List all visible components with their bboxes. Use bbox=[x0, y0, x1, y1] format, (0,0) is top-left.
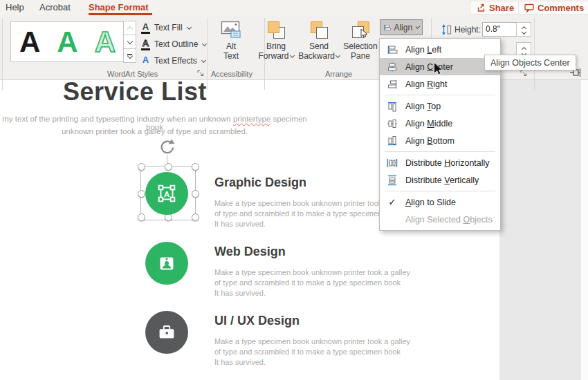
share-button[interactable]: Share bbox=[470, 1, 520, 15]
comments-button[interactable]: Comments bbox=[518, 1, 588, 15]
dialog-launcher-icon[interactable] bbox=[197, 70, 204, 77]
align-top-icon bbox=[387, 101, 398, 112]
align-icon bbox=[383, 22, 391, 33]
tab-shape-format[interactable]: Shape Format bbox=[89, 2, 149, 12]
gallery-more-button[interactable] bbox=[123, 48, 136, 63]
height-input[interactable]: 0.8" bbox=[482, 22, 517, 37]
arrange-group-label: Arrange bbox=[325, 70, 352, 78]
service-name[interactable]: UI / UX Design bbox=[214, 314, 300, 328]
menu-item-align-selected-objects: Align Selected Objects bbox=[380, 211, 500, 228]
wordart-style-green-fill[interactable]: A bbox=[57, 28, 77, 56]
menu-separator bbox=[385, 191, 495, 191]
align-middle-icon bbox=[387, 118, 398, 129]
menu-item-align-middle[interactable]: Align Middle bbox=[380, 115, 500, 132]
selection-handle[interactable] bbox=[138, 163, 145, 171]
comments-icon bbox=[524, 3, 534, 12]
powerpoint-window: Help Acrobat Shape Format Share Comments… bbox=[0, 0, 588, 380]
group-separator bbox=[207, 18, 208, 90]
menu-item-align-bottom[interactable]: Align Bottom bbox=[380, 132, 500, 149]
mouse-cursor bbox=[433, 61, 444, 75]
web-design-icon-circle[interactable] bbox=[145, 242, 188, 285]
menu-item-distribute-vertically[interactable]: Distribute Vertically bbox=[380, 171, 500, 189]
text-effects-button[interactable]: A Text Effects bbox=[140, 53, 205, 68]
tooltip: Align Objects Center bbox=[484, 55, 576, 70]
bring-forward-icon bbox=[267, 21, 285, 39]
tab-help[interactable]: Help bbox=[6, 2, 24, 12]
gallery-scroll-down-button[interactable] bbox=[123, 35, 136, 49]
height-icon bbox=[441, 24, 452, 35]
service-description[interactable]: Make a type specimen book unknown printe… bbox=[214, 336, 410, 368]
alt-text-button[interactable]: Alt Text bbox=[210, 21, 252, 61]
text-effects-icon: A bbox=[140, 55, 151, 67]
selection-handle[interactable] bbox=[192, 163, 199, 171]
gallery-scroll-controls bbox=[123, 21, 135, 63]
menu-item-distribute-horizontally[interactable]: Distribute Horizontally bbox=[380, 154, 500, 171]
text-fill-icon: A bbox=[140, 22, 151, 34]
distribute-horizontal-icon bbox=[387, 158, 398, 169]
checkmark-icon: ✓ bbox=[387, 197, 398, 208]
share-label: Share bbox=[489, 3, 514, 13]
wordart-group-label: WordArt Styles bbox=[107, 70, 158, 78]
selection-handle[interactable] bbox=[192, 190, 199, 198]
align-right-icon bbox=[387, 79, 398, 90]
service-name[interactable]: Graphic Design bbox=[214, 175, 306, 190]
comments-label: Comments bbox=[538, 3, 584, 13]
height-label: Height: bbox=[454, 25, 481, 35]
accessibility-group-label: Accessibility bbox=[211, 70, 252, 78]
menu-item-align-to-slide[interactable]: ✓ Align to Slide bbox=[380, 193, 500, 211]
menu-item-align-top[interactable]: Align Top bbox=[380, 97, 500, 115]
selection-handle[interactable] bbox=[138, 190, 145, 198]
service-name[interactable]: Web Design bbox=[214, 245, 286, 259]
align-button[interactable]: Align bbox=[380, 19, 423, 35]
group-separator bbox=[534, 18, 535, 90]
alt-text-icon bbox=[221, 21, 241, 39]
height-spinner[interactable] bbox=[516, 22, 531, 37]
artboard-a-icon: A bbox=[155, 182, 178, 205]
menu-separator bbox=[385, 151, 495, 152]
text-outline-icon: A bbox=[140, 39, 151, 50]
selection-handle[interactable] bbox=[165, 163, 172, 171]
wordart-style-green-outline[interactable]: A bbox=[95, 28, 116, 56]
distribute-vertical-icon bbox=[387, 175, 398, 186]
selection-handle[interactable] bbox=[138, 213, 145, 221]
gallery-scroll-up-button[interactable] bbox=[123, 21, 136, 35]
slide-title[interactable]: Service List bbox=[0, 77, 270, 106]
tab-acrobat[interactable]: Acrobat bbox=[39, 2, 71, 12]
align-bottom-icon bbox=[387, 135, 398, 146]
selection-pane-icon bbox=[351, 21, 369, 39]
menu-separator bbox=[385, 95, 495, 95]
titlebar: Help Acrobat Shape Format Share Comments bbox=[0, 0, 588, 16]
group-separator bbox=[2, 18, 3, 90]
align-left-icon bbox=[387, 44, 398, 55]
menu-item-align-right[interactable]: Align Right bbox=[380, 75, 500, 93]
selection-pane-button[interactable]: Selection Pane bbox=[339, 21, 382, 61]
wordart-style-black[interactable]: A bbox=[19, 28, 40, 56]
rotate-handle-icon[interactable] bbox=[158, 138, 176, 156]
scrollbar-track[interactable] bbox=[581, 79, 588, 380]
intro-text-line2[interactable]: unknown printer took a galley of type an… bbox=[0, 127, 309, 135]
briefcase-icon bbox=[155, 321, 178, 344]
canvas-background bbox=[499, 79, 581, 380]
menu-item-align-left[interactable]: Align Left bbox=[380, 41, 500, 58]
send-backward-button[interactable]: Send Backward bbox=[297, 21, 340, 61]
bring-forward-button[interactable]: Bring Forward bbox=[255, 21, 297, 61]
text-fill-button[interactable]: A Text Fill bbox=[140, 20, 191, 35]
send-backward-icon bbox=[310, 21, 328, 39]
share-icon bbox=[476, 3, 486, 12]
wordart-style-gallery[interactable]: A A A bbox=[10, 21, 125, 62]
selection-handle[interactable] bbox=[192, 213, 199, 221]
ui-ux-design-icon-circle[interactable] bbox=[145, 311, 188, 354]
service-description[interactable]: Make a type specimen book unknown printe… bbox=[214, 267, 410, 298]
id-badge-icon bbox=[155, 251, 178, 275]
align-center-icon bbox=[387, 61, 398, 73]
text-outline-button[interactable]: A Text Outline bbox=[140, 37, 206, 52]
graphic-design-icon-circle[interactable]: A bbox=[145, 172, 188, 215]
misspelled-word[interactable]: printertype bbox=[233, 115, 270, 123]
dialog-launcher-icon[interactable] bbox=[520, 70, 527, 77]
svg-text:A: A bbox=[164, 190, 169, 198]
